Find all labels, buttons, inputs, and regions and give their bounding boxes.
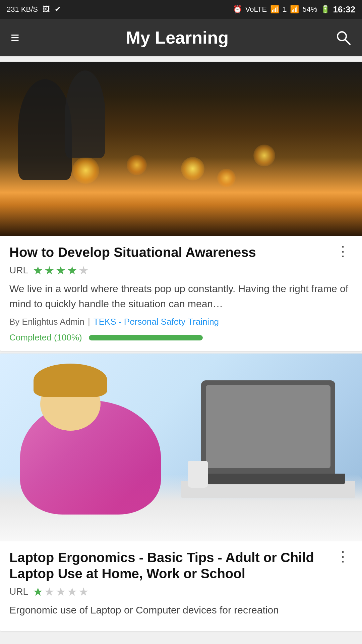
mug: [188, 461, 208, 488]
star-5: ★: [78, 264, 88, 277]
card-1-progress-bar-fill: [89, 335, 203, 340]
check-icon: ✔: [55, 5, 61, 14]
candle-glow-1: [72, 157, 99, 184]
card-1-author: By Enlightus Admin: [9, 317, 84, 327]
menu-button[interactable]: ≡: [11, 29, 19, 46]
star-2-3: ★: [56, 585, 66, 598]
star-4: ★: [67, 264, 77, 277]
battery-percent: 54%: [302, 5, 317, 14]
card-1-progress-bar-bg: [89, 335, 203, 340]
card-2-description: Ergonomic use of Laptop or Computer devi…: [9, 602, 353, 618]
card-1-description: We live in a world where threats pop up …: [9, 281, 353, 311]
card-1-author-row: By Enlightus Admin | TEKS - Personal Saf…: [9, 317, 353, 327]
status-left: 231 KB/S 🖼 ✔: [7, 5, 61, 14]
card-2-title-row: Laptop Ergonomics - Basic Tips - Adult o…: [9, 549, 353, 582]
candle-glow-2: [127, 155, 147, 175]
card-1-more-button[interactable]: ⋮: [333, 244, 353, 258]
status-right: ⏰ VoLTE 📶 1 📶 54% 🔋 16:32: [233, 4, 355, 15]
image-icon: 🖼: [43, 5, 50, 14]
star-2-1: ★: [33, 585, 43, 598]
data-speed: 231 KB/S: [7, 5, 38, 14]
status-bar: 231 KB/S 🖼 ✔ ⏰ VoLTE 📶 1 📶 54% 🔋 16:32: [0, 0, 362, 19]
star-3: ★: [56, 264, 66, 277]
search-button[interactable]: [335, 30, 351, 46]
content-area: How to Develop Situational Awareness ⋮ U…: [0, 56, 362, 636]
app-bar-actions: [335, 30, 351, 46]
lte-label: VoLTE: [245, 5, 267, 14]
person-hair: [34, 364, 107, 397]
alarm-icon: ⏰: [233, 5, 242, 14]
app-bar: ≡ My Learning: [0, 19, 362, 56]
star-2-2: ★: [44, 585, 54, 598]
star-2-4: ★: [67, 585, 77, 598]
card-laptop-ergonomics: Laptop Ergonomics - Basic Tips - Adult o…: [0, 354, 362, 631]
candle-glow-3: [181, 157, 204, 180]
card-1-body: How to Develop Situational Awareness ⋮ U…: [0, 236, 362, 351]
sim-icon: 1: [283, 5, 287, 14]
candle-glow-5: [253, 145, 275, 166]
card-1-title-row: How to Develop Situational Awareness ⋮: [9, 244, 353, 260]
card-1-type: URL: [9, 265, 28, 276]
person-silhouette-1: [18, 79, 72, 180]
card-image-1[interactable]: [0, 62, 362, 236]
card-1-rating-row: URL ★ ★ ★ ★ ★: [9, 264, 353, 277]
star-1: ★: [33, 264, 43, 277]
star-2: ★: [44, 264, 54, 277]
person-silhouette-2: [65, 70, 105, 158]
star-2-5: ★: [78, 585, 88, 598]
card-image-2[interactable]: [0, 354, 362, 541]
card-2-title: Laptop Ergonomics - Basic Tips - Adult o…: [9, 549, 328, 582]
card-1-title: How to Develop Situational Awareness: [9, 244, 328, 260]
card-2-type: URL: [9, 586, 28, 597]
wifi-icon: 📶: [270, 5, 279, 14]
laptop-base: [191, 474, 345, 484]
card-1-divider: |: [88, 317, 90, 327]
laptop-screen: [206, 385, 330, 468]
laptop-lid: [201, 380, 335, 474]
card-2-more-button[interactable]: ⋮: [333, 549, 353, 564]
battery-icon: 🔋: [321, 5, 330, 14]
card-1-tag[interactable]: TEKS - Personal Safety Training: [94, 317, 219, 327]
card-1-progress-row: Completed (100%): [9, 332, 353, 343]
signal-bars: 📶: [290, 5, 299, 14]
card-1-stars: ★ ★ ★ ★ ★: [33, 264, 88, 277]
svg-line-1: [345, 40, 350, 44]
card-1-progress-label: Completed (100%): [9, 332, 82, 343]
app-title: My Learning: [126, 28, 229, 48]
card-2-stars: ★ ★ ★ ★ ★: [33, 585, 88, 598]
card-2-rating-row: URL ★ ★ ★ ★ ★: [9, 585, 353, 598]
card-2-body: Laptop Ergonomics - Basic Tips - Adult o…: [0, 541, 362, 631]
card-situational-awareness: How to Develop Situational Awareness ⋮ U…: [0, 62, 362, 351]
time-display: 16:32: [333, 4, 356, 15]
